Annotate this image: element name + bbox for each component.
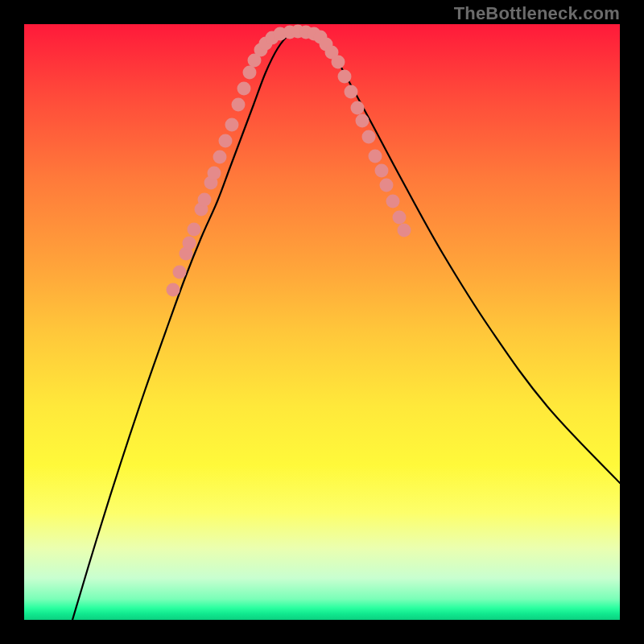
data-dot bbox=[237, 82, 251, 96]
data-dot bbox=[183, 237, 196, 250]
data-dot bbox=[332, 56, 345, 69]
data-dot bbox=[369, 150, 382, 163]
data-dot bbox=[208, 167, 221, 180]
bottleneck-curve bbox=[72, 28, 620, 620]
data-dot bbox=[386, 195, 400, 208]
data-dot bbox=[243, 66, 257, 80]
outer-frame: TheBottleneck.com bbox=[0, 0, 644, 644]
data-dot bbox=[345, 85, 358, 99]
data-dot bbox=[198, 193, 212, 207]
data-dot bbox=[351, 101, 365, 115]
data-dot bbox=[393, 211, 407, 225]
data-dot bbox=[398, 224, 411, 237]
data-dot bbox=[173, 266, 187, 279]
data-dot bbox=[167, 283, 180, 297]
data-dot bbox=[225, 118, 239, 132]
watermark-text: TheBottleneck.com bbox=[454, 3, 620, 24]
data-dot bbox=[232, 98, 246, 112]
data-dot bbox=[188, 223, 201, 237]
data-dot bbox=[219, 134, 233, 148]
data-dot bbox=[213, 151, 227, 164]
data-dot bbox=[356, 114, 369, 128]
data-dot bbox=[338, 70, 352, 84]
data-dot bbox=[380, 179, 394, 192]
data-dots bbox=[167, 25, 411, 297]
data-dot bbox=[362, 130, 376, 144]
plot-area bbox=[24, 24, 620, 620]
data-dot bbox=[375, 164, 389, 178]
chart-svg bbox=[24, 24, 620, 620]
